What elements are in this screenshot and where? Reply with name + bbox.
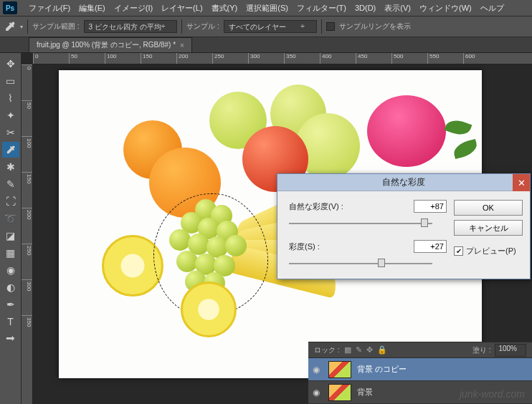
marquee-tool[interactable]: ▭: [2, 73, 19, 89]
ruler-tick: 100: [22, 136, 32, 172]
preview-checkbox[interactable]: ✔: [454, 246, 463, 256]
ruler-tick: 600: [463, 53, 499, 64]
ruler-tick: 50: [22, 100, 32, 136]
ruler-tick: 450: [356, 53, 391, 64]
type-tool[interactable]: T: [2, 314, 19, 330]
menu-bar: Ps ファイル(F) 編集(E) イメージ(I) レイヤー(L) 書式(Y) 選…: [0, 0, 532, 16]
eyedropper-tool[interactable]: [2, 142, 19, 158]
crop-tool[interactable]: ✂: [2, 125, 19, 140]
dialog-title: 自然な彩度: [382, 176, 425, 188]
menu-view[interactable]: 表示(V): [380, 3, 415, 14]
dodge-tool[interactable]: ◐: [2, 279, 19, 295]
ruler-tick: 350: [284, 53, 320, 64]
lock-paint-icon[interactable]: ✎: [356, 345, 362, 355]
eraser-tool[interactable]: ◪: [2, 228, 19, 244]
preview-label: プレビュー(P): [466, 246, 516, 256]
ruler-tick: 0: [22, 64, 32, 100]
saturation-slider[interactable]: [289, 259, 432, 269]
slider-thumb[interactable]: [378, 259, 385, 267]
menu-window[interactable]: ウィンドウ(W): [415, 3, 476, 14]
sample-ring-label: サンプルリングを表示: [339, 21, 411, 32]
ruler-tick: 350: [22, 315, 32, 351]
ruler-vertical: 0 50 100 150 200 250 300 350: [22, 64, 33, 404]
layer-row[interactable]: ◉ 背景 のコピー: [308, 358, 532, 381]
document-tab-bar: fruit.jpg @ 100% (背景 のコピー, RGB/8#) * ×: [0, 37, 532, 53]
vibrance-label: 自然な彩度(V) :: [289, 201, 361, 212]
ruler-tick: 200: [176, 53, 212, 64]
visibility-icon[interactable]: ◉: [313, 388, 323, 398]
sample-size-select[interactable]: 3 ピクセル四方 の平均 ÷: [84, 20, 178, 33]
ruler-tick: 150: [141, 53, 176, 64]
brush-tool[interactable]: ✎: [2, 176, 19, 192]
close-icon[interactable]: ×: [180, 42, 184, 49]
lock-label: ロック :: [314, 345, 340, 355]
vibrance-input[interactable]: [414, 200, 447, 213]
saturation-label: 彩度(S) :: [289, 241, 361, 252]
move-tool[interactable]: ✥: [2, 56, 19, 72]
layer-thumbnail: [328, 361, 351, 378]
ruler-tick: 500: [391, 53, 427, 64]
leaf: [452, 139, 479, 159]
lock-transparent-icon[interactable]: ▩: [344, 345, 351, 355]
sample-layers-select[interactable]: すべてのレイヤー ÷: [224, 20, 317, 33]
divider: [27, 19, 28, 34]
toolbox: ✥ ▭ ⌇ ✦ ✂ ✱ ✎ ⛶ ➰ ◪ ▦ ◉ ◐ ✒ T ⮕: [0, 53, 22, 404]
watermark: junk-word.com: [460, 388, 525, 400]
ruler-tick: 200: [22, 208, 32, 244]
close-button[interactable]: ✕: [513, 174, 530, 191]
menu-layer[interactable]: レイヤー(L): [157, 3, 206, 14]
menu-type[interactable]: 書式(Y): [207, 3, 242, 14]
fill-label: 塗り :: [472, 345, 491, 355]
magic-wand-tool[interactable]: ✦: [2, 107, 19, 123]
divider: [321, 19, 322, 34]
document-tab[interactable]: fruit.jpg @ 100% (背景 のコピー, RGB/8#) * ×: [29, 37, 192, 52]
ruler-tick: 150: [22, 172, 32, 208]
ruler-tick: 400: [320, 53, 356, 64]
ruler-tick: 250: [212, 53, 248, 64]
ruler-tick: 550: [427, 53, 463, 64]
ok-button[interactable]: OK: [454, 200, 523, 216]
stamp-tool[interactable]: ⛶: [2, 193, 19, 209]
saturation-input[interactable]: [414, 240, 447, 253]
sample-ring-checkbox[interactable]: [326, 22, 335, 31]
lasso-tool[interactable]: ⌇: [2, 90, 19, 106]
lemon-half: [181, 282, 237, 337]
menu-edit[interactable]: 編集(E): [75, 3, 110, 14]
options-bar: ▾ サンプル範囲 : 3 ピクセル四方 の平均 ÷ サンプル : すべてのレイヤ…: [0, 16, 532, 37]
slider-thumb[interactable]: [421, 218, 428, 227]
history-brush-tool[interactable]: ➰: [2, 211, 19, 226]
cancel-button[interactable]: キャンセル: [454, 220, 523, 236]
ruler-tick: 300: [248, 53, 284, 64]
menu-select[interactable]: 選択範囲(S): [242, 3, 293, 14]
healing-tool[interactable]: ✱: [2, 159, 19, 175]
menu-file[interactable]: ファイル(F): [24, 3, 75, 14]
menu-image[interactable]: イメージ(I): [110, 3, 157, 14]
menu-help[interactable]: ヘルプ: [476, 3, 508, 14]
lock-position-icon[interactable]: ✥: [366, 345, 373, 355]
layer-thumbnail: [328, 384, 351, 401]
ruler-tick: 0: [33, 53, 69, 64]
chevron-down-icon[interactable]: ▾: [20, 24, 23, 30]
vibrance-slider[interactable]: [289, 218, 432, 229]
layer-name: 背景 のコピー: [357, 364, 407, 375]
ruler-tick: 300: [22, 279, 32, 315]
menu-filter[interactable]: フィルター(T): [293, 3, 351, 14]
dialog-titlebar[interactable]: 自然な彩度 ✕: [277, 174, 530, 191]
preview-checkbox-row[interactable]: ✔ プレビュー(P): [454, 246, 523, 256]
eyedropper-icon: [4, 21, 16, 32]
dragonfruit: [367, 95, 446, 167]
ruler-tick: 250: [22, 244, 32, 279]
menu-3d[interactable]: 3D(D): [351, 4, 380, 12]
divider: [181, 19, 182, 34]
blur-tool[interactable]: ◉: [2, 262, 19, 278]
ruler-tick: 50: [69, 53, 105, 64]
app-logo: Ps: [3, 1, 17, 14]
visibility-icon[interactable]: ◉: [313, 365, 323, 375]
fill-select[interactable]: 100%: [495, 344, 526, 357]
layers-options-bar: ロック : ▩ ✎ ✥ 🔒 塗り : 100%: [308, 342, 532, 358]
gradient-tool[interactable]: ▦: [2, 245, 19, 261]
pen-tool[interactable]: ✒: [2, 297, 19, 312]
path-select-tool[interactable]: ⮕: [2, 331, 19, 347]
lock-all-icon[interactable]: 🔒: [377, 345, 387, 355]
layer-name: 背景: [357, 387, 373, 398]
